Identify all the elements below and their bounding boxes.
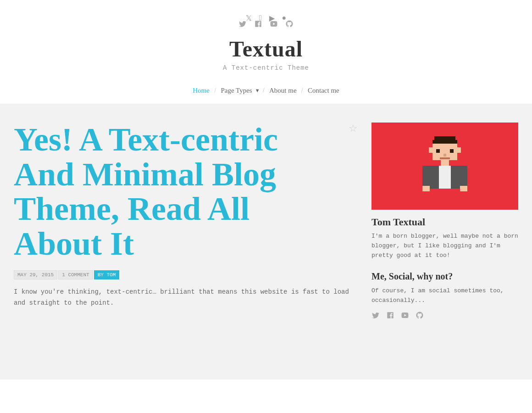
facebook-icon[interactable] <box>254 20 262 28</box>
svg-rect-8 <box>457 147 461 153</box>
main-content: ☆ Yes! A Text-centric And Minimal Blog T… <box>14 123 358 352</box>
svg-rect-13 <box>439 166 451 189</box>
svg-rect-4 <box>450 149 454 153</box>
github-icon[interactable] <box>285 20 294 28</box>
sidebar-social-icons <box>371 311 518 319</box>
post-meta: MAY 29, 2015 1 COMMENT BY TOM <box>14 270 358 279</box>
sidebar-twitter-icon[interactable] <box>371 311 380 319</box>
twitter-icon[interactable] <box>238 20 247 28</box>
svg-rect-14 <box>422 166 430 186</box>
site-subtitle: A Text-centric Theme <box>9 64 523 72</box>
dropdown-caret: ▼ <box>255 88 260 93</box>
social-section-title: Me, Social, why not? <box>371 271 518 282</box>
youtube-icon[interactable] <box>270 20 278 28</box>
sidebar-facebook-icon[interactable] <box>386 311 394 319</box>
nav-page-types[interactable]: Page Types <box>219 87 254 95</box>
featured-post: ☆ Yes! A Text-centric And Minimal Blog T… <box>14 123 358 309</box>
sidebar-github-icon[interactable] <box>416 311 424 319</box>
svg-rect-11 <box>430 166 439 189</box>
post-author: BY TOM <box>94 270 120 279</box>
sidebar: Tom Textual I'm a born blogger, well may… <box>371 123 518 352</box>
nav-contact-me[interactable]: Contact me <box>306 87 341 95</box>
bookmark-star-icon[interactable]: ☆ <box>349 123 358 134</box>
author-bio: I'm a born blogger, well maybe not a bor… <box>371 232 518 260</box>
svg-rect-7 <box>429 147 432 153</box>
nav-sep-3: / <box>299 86 306 95</box>
svg-rect-12 <box>451 166 460 189</box>
page-body: ☆ Yes! A Text-centric And Minimal Blog T… <box>0 104 532 380</box>
pixel-character <box>415 127 475 210</box>
svg-rect-16 <box>422 186 430 191</box>
svg-rect-3 <box>436 149 440 153</box>
svg-rect-17 <box>460 186 467 191</box>
site-title: Textual <box>9 36 523 61</box>
author-name: Tom Textual <box>371 216 518 228</box>
svg-rect-9 <box>441 160 449 166</box>
header-social-row <box>9 20 523 28</box>
content-wrap: ☆ Yes! A Text-centric And Minimal Blog T… <box>14 123 518 352</box>
svg-rect-5 <box>443 154 446 156</box>
post-excerpt: I know you're thinking, text-centric… br… <box>14 287 358 309</box>
svg-rect-6 <box>440 157 450 159</box>
author-avatar <box>371 123 518 210</box>
nav-sep-1: / <box>211 86 219 95</box>
sidebar-youtube-icon[interactable] <box>401 311 409 319</box>
post-comments[interactable]: 1 COMMENT <box>58 270 93 279</box>
nav-sep-2: / <box>260 86 267 95</box>
nav-home[interactable]: Home <box>191 87 211 95</box>
sidebar-author-info: Tom Textual I'm a born blogger, well may… <box>371 216 518 319</box>
post-title: Yes! A Text-centric And Minimal Blog The… <box>14 123 358 261</box>
svg-rect-1 <box>432 140 457 144</box>
site-header: 𝕏  ▶ ● Textual A Text-centric Theme <box>0 0 532 81</box>
main-nav: Home / Page Types▼ / About me / Contact … <box>0 81 532 104</box>
post-date: MAY 29, 2015 <box>14 270 57 279</box>
nav-about-me[interactable]: About me <box>267 87 299 95</box>
social-section-desc: Of course, I am social sometimes too, oc… <box>371 286 518 306</box>
svg-rect-15 <box>460 166 467 186</box>
svg-rect-0 <box>434 136 455 140</box>
